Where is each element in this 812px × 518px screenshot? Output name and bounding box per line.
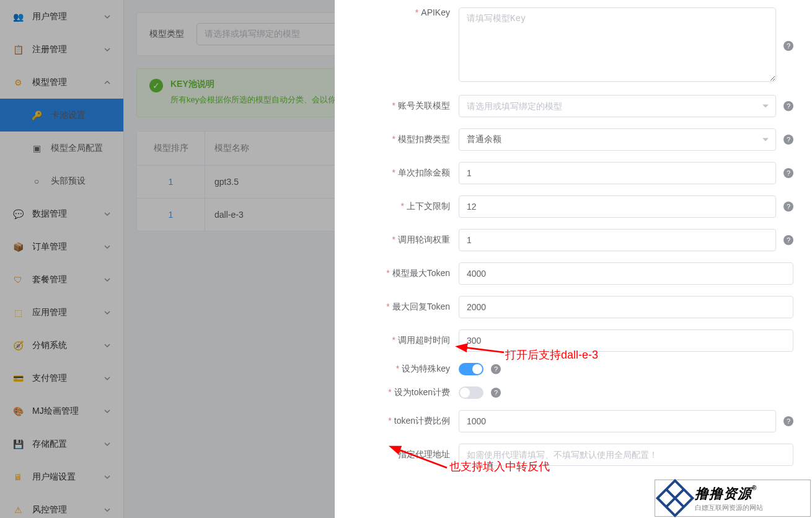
help-icon[interactable]: ? <box>783 168 793 178</box>
watermark-logo-icon <box>654 477 696 518</box>
special-key-label: *设为特殊key <box>335 364 459 375</box>
timeout-label: *调用超时时间 <box>335 335 459 346</box>
special-key-switch[interactable] <box>459 363 483 375</box>
help-icon[interactable]: ? <box>783 416 793 426</box>
apikey-textarea[interactable] <box>459 7 776 82</box>
single-deduct-input[interactable] <box>459 162 776 184</box>
apikey-label: *APIKey <box>335 7 459 17</box>
token-ratio-label: *token计费比例 <box>335 416 459 427</box>
max-token-label: *模型最大Token <box>335 268 459 279</box>
watermark-subtitle: 白嫖互联网资源的网站 <box>695 503 763 512</box>
svg-line-0 <box>464 347 504 352</box>
context-limit-input[interactable] <box>459 195 776 218</box>
help-icon[interactable]: ? <box>783 41 793 51</box>
max-reply-token-label: *最大回复Token <box>335 301 459 313</box>
annotation-text-2: 也支持填入中转反代 <box>449 459 550 474</box>
context-limit-label: *上下文限制 <box>335 201 459 212</box>
help-icon[interactable]: ? <box>783 202 793 212</box>
max-reply-token-input[interactable] <box>459 296 793 318</box>
watermark: 撸撸资源® 白嫖互联网资源的网站 <box>655 480 811 517</box>
config-drawer: *APIKey ? *账号关联模型 ? *模型扣费类型 ? *单次扣除金额 ? … <box>335 0 812 518</box>
related-model-select[interactable] <box>459 95 776 117</box>
annotation-arrow-2 <box>394 447 449 473</box>
annotation-arrow-1 <box>462 342 505 359</box>
deduct-type-select[interactable] <box>459 128 776 151</box>
max-token-input[interactable] <box>459 262 793 285</box>
help-icon[interactable]: ? <box>783 101 793 111</box>
deduct-type-label: *模型扣费类型 <box>335 134 459 145</box>
help-icon[interactable]: ? <box>783 235 793 245</box>
svg-line-1 <box>397 449 447 468</box>
token-ratio-input[interactable] <box>459 410 776 432</box>
help-icon[interactable]: ? <box>491 388 501 398</box>
help-icon[interactable]: ? <box>783 135 793 145</box>
single-deduct-label: *单次扣除金额 <box>335 167 459 179</box>
watermark-title: 撸撸资源 <box>695 486 752 501</box>
annotation-text-1: 打开后支持dall-e-3 <box>505 347 598 362</box>
poll-weight-label: *调用轮询权重 <box>335 234 459 246</box>
token-billing-switch[interactable] <box>459 386 483 399</box>
help-icon[interactable]: ? <box>491 364 501 374</box>
related-model-label: *账号关联模型 <box>335 100 459 112</box>
poll-weight-input[interactable] <box>459 229 776 251</box>
token-billing-label: *设为token计费 <box>335 387 459 398</box>
